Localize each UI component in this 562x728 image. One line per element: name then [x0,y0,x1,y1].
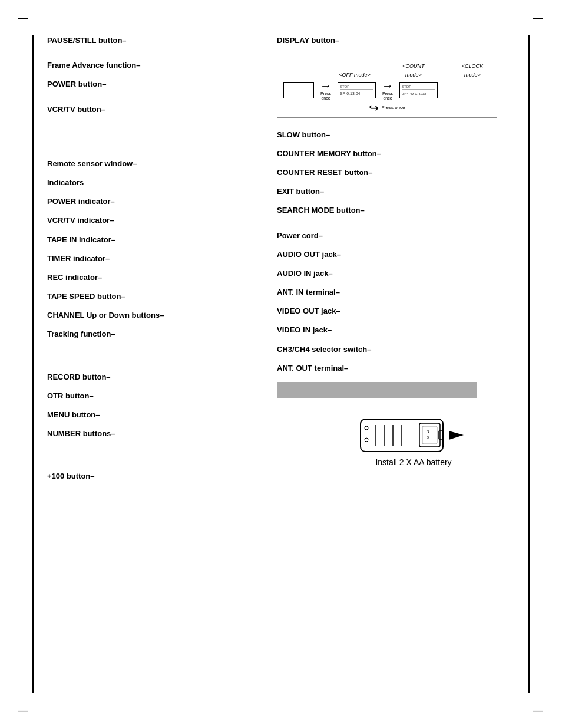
tape-in-indicator-item: TAPE IN indicator– [47,235,253,245]
counter-reset-label: COUNTER RESET button– [277,168,373,177]
plus100-label: +100 button– [47,472,95,480]
clock-time-text: 0:44PM CH133 [402,92,435,95]
power-indicator-label: POWER indicator– [47,197,115,206]
display-diagram: <OFF mode> <COUNT mode> <CLOCK mode> [277,54,515,117]
number-buttons-label: NUMBER buttons– [47,429,115,438]
number-buttons-item: NUMBER buttons– [47,429,253,439]
vcr-tv-button-label: VCR/TV button– [47,105,105,114]
svg-text:N: N [427,430,429,433]
indicators-header-item: Indicators [47,177,253,188]
press-once-2: Pressonce [382,91,393,100]
tracking-label: Tracking function– [47,330,115,338]
side-bar-right [528,35,530,693]
display-button-label: DISPLAY button– [277,36,339,45]
counter-memory-label: COUNTER MEMORY button– [277,149,381,158]
tracking-item: Tracking function– [47,329,253,340]
page: — — — — PAUSE/STILL button– Frame Advanc… [0,0,562,728]
menu-button-item: MENU button– [47,410,253,420]
video-out-item: VIDEO OUT jack– [277,306,515,317]
exit-button-label: EXIT button– [277,187,324,196]
ant-out-label: ANT. OUT terminal– [277,364,348,373]
counter-reset-item: COUNTER RESET button– [277,167,515,178]
count-mode-label: <COUNT mode> [402,63,424,78]
audio-out-item: AUDIO OUT jack– [277,249,515,260]
audio-out-label: AUDIO OUT jack– [277,250,341,259]
otr-button-item: OTR button– [47,391,253,401]
audio-in-item: AUDIO IN jack– [277,268,515,279]
svg-point-5 [365,426,368,430]
video-in-label: VIDEO IN jack– [277,325,332,334]
vcr-tv-indicator-label: VCR/TV indicator– [47,216,114,225]
channel-updown-label: CHANNEL Up or Down buttons– [47,311,164,319]
video-in-item: VIDEO IN jack– [277,325,515,335]
svg-marker-10 [449,431,464,440]
ant-out-item: ANT. OUT terminal– [277,363,515,374]
pause-still-item: PAUSE/STILL button– [47,35,253,46]
svg-rect-8 [439,431,442,439]
press-arrow-1: → Pressonce [315,80,336,100]
ch3-ch4-item: CH3/CH4 selector switch– [277,344,515,355]
corner-mark-bl: — [18,704,29,716]
frame-advance-item: Frame Advance function– [47,60,253,71]
slow-button-label: SLOW button– [277,130,330,139]
clock-mode-box: STOP 0:44PM CH133 [399,82,438,98]
count-stop-text: STOP [340,85,373,90]
exit-button-item: EXIT button– [277,186,515,197]
power-button-label: POWER button– [47,80,106,88]
power-cord-label: Power cord– [277,231,323,240]
diagram-wrapper: <OFF mode> <COUNT mode> <CLOCK mode> [277,57,497,117]
tape-speed-item: TAPE SPEED button– [47,291,253,302]
search-mode-item: SEARCH MODE button– [277,205,515,216]
power-button-item: POWER button– [47,79,253,90]
remote-illustration: N D [355,410,472,457]
corner-mark-tl: — [18,12,29,24]
tape-speed-label: TAPE SPEED button– [47,292,125,301]
otr-button-label: OTR button– [47,391,94,400]
record-button-item: RECORD button– [47,372,253,383]
ant-in-label: ANT. IN terminal– [277,288,340,297]
power-indicator-item: POWER indicator– [47,196,253,207]
indicators-header-label: Indicators [47,178,84,187]
press-arrow-2: → Pressonce [377,80,398,100]
audio-in-label: AUDIO IN jack– [277,269,333,278]
off-mode-label: <OFF mode> [339,72,370,78]
timer-indicator-item: TIMER indicator– [47,253,253,264]
clock-mode-label: <CLOCK mode> [462,63,483,78]
svg-rect-9 [422,426,437,444]
clock-stop-text: STOP [402,85,435,90]
channel-updown-item: CHANNEL Up or Down buttons– [47,310,253,321]
off-mode-box [283,82,314,98]
frame-advance-label: Frame Advance function– [47,61,140,70]
count-time-text: SP 0:13:04 [340,91,373,95]
back-arrow-row: ↩ Press once [283,101,491,115]
power-cord-item: Power cord– [277,230,515,241]
main-content: PAUSE/STILL button– Frame Advance functi… [47,35,515,490]
left-column: PAUSE/STILL button– Frame Advance functi… [47,35,253,490]
ant-in-item: ANT. IN terminal– [277,287,515,298]
record-button-label: RECORD button– [47,373,111,381]
video-out-label: VIDEO OUT jack– [277,307,340,315]
battery-section: N D Install 2 X AA battery [312,410,515,467]
counter-memory-item: COUNTER MEMORY button– [277,149,515,159]
menu-button-label: MENU button– [47,410,100,419]
display-button-item: DISPLAY button– [277,35,515,46]
vcr-tv-button-item: VCR/TV button– [47,104,253,115]
ch3-ch4-label: CH3/CH4 selector switch– [277,345,371,354]
right-column: DISPLAY button– <OFF mode> <COUNT mode> [277,35,515,490]
diagram-main-row: → Pressonce STOP SP 0:13:04 → Pressonce [283,80,491,100]
arrow-icon-1: → [320,80,332,91]
tape-in-indicator-label: TAPE IN indicator– [47,235,115,244]
search-mode-label: SEARCH MODE button– [277,206,365,215]
slow-button-item: SLOW button– [277,130,515,140]
svg-text:D: D [427,436,429,439]
remote-sensor-item: Remote sensor window– [47,159,253,169]
back-arrow-icon: ↩ [369,101,379,115]
corner-mark-tr: — [533,12,544,24]
vcr-tv-indicator-item: VCR/TV indicator– [47,215,253,226]
timer-indicator-label: TIMER indicator– [47,254,110,263]
rec-indicator-item: REC indicator– [47,272,253,283]
press-once-bottom: Press once [381,105,405,110]
press-once-1: Pressonce [320,91,331,100]
svg-point-6 [365,438,368,442]
install-label: Install 2 X AA battery [375,457,451,467]
